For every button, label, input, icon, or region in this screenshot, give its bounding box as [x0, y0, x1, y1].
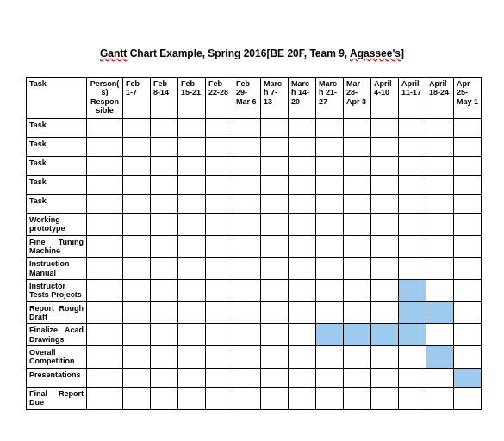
cell-empty — [289, 214, 316, 236]
cell-empty — [426, 119, 454, 138]
cell-empty — [178, 138, 206, 157]
cell-empty — [426, 368, 454, 387]
header-week-5: March 7-13 — [261, 78, 289, 119]
row-label: Presentations — [27, 368, 87, 387]
table-row: Finalize Acad Drawings — [27, 324, 482, 346]
cell-empty — [399, 195, 426, 214]
cell-empty — [151, 195, 178, 214]
cell-empty — [178, 324, 206, 346]
cell-empty — [371, 280, 399, 302]
table-body: TaskTaskTaskTaskTaskWorking prototypeFin… — [27, 119, 482, 410]
cell-empty — [426, 176, 454, 195]
cell-empty — [371, 301, 399, 324]
cell-empty — [178, 235, 206, 258]
header-week-2: Feb 15-21 — [178, 78, 206, 119]
cell-empty — [316, 157, 344, 176]
gantt-table: TaskPerson(s) ResponsibleFeb 1-7Feb 8-14… — [26, 77, 482, 410]
cell-empty — [206, 235, 233, 258]
cell-person — [87, 387, 123, 409]
cell-empty — [151, 258, 178, 280]
cell-empty — [261, 138, 289, 157]
header-week-9: April 4-10 — [371, 78, 399, 119]
cell-empty — [344, 235, 371, 258]
cell-empty — [289, 346, 316, 369]
cell-person — [87, 157, 123, 176]
cell-empty — [178, 195, 206, 214]
cell-person — [87, 301, 123, 324]
cell-empty — [399, 119, 426, 138]
cell-empty — [371, 195, 399, 214]
cell-empty — [454, 138, 482, 157]
cell-person — [87, 368, 123, 387]
table-row: Task — [27, 138, 482, 157]
cell-person — [87, 280, 123, 302]
cell-empty — [454, 280, 482, 302]
cell-empty — [123, 280, 151, 302]
cell-empty — [206, 138, 233, 157]
cell-empty — [344, 195, 371, 214]
cell-empty — [151, 324, 178, 346]
cell-person — [87, 258, 123, 280]
cell-empty — [371, 387, 399, 409]
cell-empty — [316, 280, 344, 302]
cell-empty — [399, 387, 426, 409]
cell-empty — [289, 301, 316, 324]
table-row: Fine Tuning Machine — [27, 235, 482, 258]
title-word-gantt: Gantt — [100, 47, 127, 59]
cell-empty — [316, 138, 344, 157]
cell-empty — [178, 214, 206, 236]
cell-empty — [454, 214, 482, 236]
cell-empty — [123, 214, 151, 236]
cell-empty — [233, 324, 261, 346]
cell-empty — [123, 195, 151, 214]
table-row: Instructor Tests Projects — [27, 280, 482, 302]
header-week-1: Feb 8-14 — [151, 78, 178, 119]
cell-empty — [261, 324, 289, 346]
cell-empty — [289, 195, 316, 214]
cell-empty — [316, 346, 344, 369]
table-row: Task — [27, 195, 482, 214]
cell-empty — [123, 157, 151, 176]
header-person: Person(s) Responsible — [87, 78, 123, 119]
table-row: Presentations — [27, 368, 482, 387]
cell-empty — [426, 195, 454, 214]
cell-empty — [344, 387, 371, 409]
cell-empty — [233, 214, 261, 236]
cell-empty — [233, 195, 261, 214]
cell-empty — [344, 258, 371, 280]
row-label: Finalize Acad Drawings — [27, 324, 87, 346]
cell-empty — [261, 258, 289, 280]
cell-empty — [123, 176, 151, 195]
cell-filled — [316, 324, 344, 346]
row-label: Task — [27, 195, 87, 214]
cell-empty — [426, 157, 454, 176]
table-row: Report Rough Draft — [27, 301, 482, 324]
header-week-11: April 18-24 — [426, 78, 454, 119]
cell-empty — [233, 157, 261, 176]
cell-person — [87, 138, 123, 157]
table-row: Overall Competition — [27, 346, 482, 369]
cell-empty — [371, 176, 399, 195]
cell-empty — [151, 280, 178, 302]
cell-empty — [206, 280, 233, 302]
cell-empty — [206, 176, 233, 195]
table-row: Instruction Manual — [27, 258, 482, 280]
cell-empty — [233, 301, 261, 324]
cell-empty — [206, 157, 233, 176]
cell-empty — [123, 368, 151, 387]
cell-empty — [426, 280, 454, 302]
cell-empty — [233, 368, 261, 387]
table-row: Working prototype — [27, 214, 482, 236]
cell-empty — [233, 387, 261, 409]
cell-empty — [344, 346, 371, 369]
cell-empty — [123, 119, 151, 138]
cell-empty — [371, 346, 399, 369]
cell-empty — [344, 214, 371, 236]
cell-empty — [233, 258, 261, 280]
cell-empty — [206, 214, 233, 236]
cell-empty — [426, 214, 454, 236]
cell-empty — [371, 235, 399, 258]
cell-empty — [399, 346, 426, 369]
cell-empty — [426, 387, 454, 409]
cell-empty — [454, 195, 482, 214]
